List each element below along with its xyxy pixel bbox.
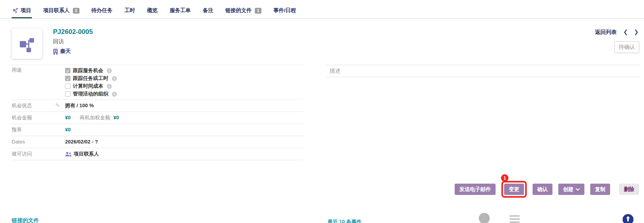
- tab-timesheets[interactable]: 工时: [124, 0, 136, 18]
- avatar-placeholder-icon[interactable]: [479, 213, 490, 223]
- tab-label: 事件/日程: [273, 7, 296, 14]
- pager-previous-icon[interactable]: [623, 29, 628, 35]
- confirm-button[interactable]: 确认: [533, 184, 552, 195]
- info-icon: [112, 76, 117, 81]
- pager-next-icon[interactable]: [634, 29, 639, 35]
- edit-pencil-icon[interactable]: ✎: [55, 102, 60, 108]
- tab-label: 工时: [125, 7, 135, 14]
- opportunity-status-row: 机会状态 ✎ 拥有 / 100 %: [12, 99, 303, 112]
- weighted-amount-value: ¥0: [113, 114, 119, 121]
- opportunity-amount-row: 机会金额 ¥0 商机加权金额: ¥0: [12, 112, 303, 124]
- dates-value: 2026/02/02 - ?: [65, 138, 303, 145]
- checkbox-line: 计算时间成本: [65, 82, 117, 90]
- building-icon: [53, 49, 58, 55]
- pager: 返回列表: [595, 29, 639, 36]
- budget-value: ¥0: [65, 126, 71, 133]
- checkbox-line: 管理活动的组织: [65, 90, 117, 98]
- record-code: PJ2602-0005: [53, 28, 93, 36]
- annotation-highlight-box: 1 变更: [501, 181, 527, 198]
- create-button-label: 创建: [563, 186, 573, 193]
- change-button[interactable]: 变更: [504, 184, 524, 195]
- checkbox-track-service-opportunity[interactable]: [65, 68, 71, 73]
- action-buttons-row: 发送电子邮件 1 变更 确认 创建 复制 删除: [455, 184, 639, 195]
- info-icon: [112, 92, 117, 97]
- record-tabbar: 项目 项目联系人 1 待办任务 工时 概览 服务工单 备注 链接的文件 1 事件…: [0, 0, 644, 19]
- delete-button[interactable]: 删除: [619, 184, 639, 195]
- access-row: 谁可访问 项目联系人: [12, 148, 303, 160]
- duplicate-button[interactable]: 复制: [590, 184, 610, 195]
- linked-files-section-title: 链接的文件: [12, 217, 39, 223]
- purpose-checkbox-group: 跟踪服务机会 跟踪任务或工时 计算时间成本: [65, 67, 117, 98]
- arrow-up-icon: [626, 216, 630, 221]
- tab-service-tickets[interactable]: 服务工单: [169, 0, 192, 18]
- opportunity-status-value: 拥有 / 100 %: [65, 102, 303, 109]
- form-left-column: 用途 跟踪服务机会 跟踪任务或工时 计算时: [12, 65, 303, 160]
- field-label: 预算: [12, 126, 55, 133]
- list-lines-icon[interactable]: [510, 215, 520, 223]
- back-to-list-link[interactable]: 返回列表: [595, 29, 617, 36]
- field-label: 谁可访问: [12, 150, 55, 158]
- weighted-amount-label: 商机加权金额:: [79, 114, 111, 121]
- field-label: Dates: [12, 138, 55, 145]
- project-icon: [12, 7, 18, 14]
- opportunity-amount-value: ¥0: [65, 114, 71, 121]
- project-avatar[interactable]: [12, 28, 42, 59]
- checkbox-line: 跟踪任务或工时: [65, 74, 117, 82]
- recent-events-section-title: 最近 10 条事件: [328, 218, 362, 223]
- tab-project[interactable]: 项目: [12, 0, 32, 18]
- caret-down-icon: [576, 188, 580, 191]
- project-glyph-icon: [18, 35, 36, 53]
- status-badge[interactable]: 待确认: [614, 41, 639, 53]
- checkbox-track-tasks-timesheets[interactable]: [65, 76, 71, 81]
- company-name: 秦天: [60, 48, 71, 55]
- tab-count-badge: 1: [255, 8, 261, 14]
- tab-todo-tasks[interactable]: 待办任务: [91, 0, 113, 18]
- checkbox-line: 跟踪服务机会: [65, 67, 117, 74]
- send-email-button[interactable]: 发送电子邮件: [455, 184, 496, 195]
- access-value: 项目联系人: [74, 150, 99, 158]
- info-icon: [107, 68, 112, 73]
- info-icon: [107, 84, 112, 89]
- checkbox-manage-activity-org[interactable]: [65, 91, 71, 97]
- purpose-row: 用途 跟踪服务机会 跟踪任务或工时 计算时: [12, 65, 303, 99]
- description-field[interactable]: 描述: [326, 65, 640, 77]
- tab-label: 链接的文件: [226, 7, 252, 14]
- tab-label: 概览: [147, 7, 158, 14]
- scroll-top-button[interactable]: [623, 214, 633, 223]
- tab-overview[interactable]: 概览: [146, 0, 159, 18]
- tab-notes[interactable]: 备注: [202, 0, 214, 18]
- tab-label: 待办任务: [92, 7, 113, 14]
- field-label: 机会状态: [12, 102, 55, 109]
- users-icon: [65, 152, 72, 157]
- dates-row: Dates 2026/02/02 - ?: [12, 136, 303, 148]
- field-label: 机会金额: [12, 114, 55, 121]
- field-label: 用途: [12, 67, 55, 74]
- project-record-page: 项目 项目联系人 1 待办任务 工时 概览 服务工单 备注 链接的文件 1 事件…: [0, 0, 644, 223]
- tab-label: 备注: [203, 7, 213, 14]
- tab-label: 项目: [21, 7, 31, 14]
- tab-label: 服务工单: [170, 7, 191, 14]
- tab-events-calendar[interactable]: 事件/日程: [273, 0, 297, 18]
- company-link[interactable]: 秦天: [53, 48, 93, 55]
- record-title-block: PJ2602-0005 回访 秦天: [53, 28, 93, 55]
- record-name: 回访: [53, 38, 93, 45]
- annotation-step-badge: 1: [501, 174, 508, 182]
- budget-row: 预算 ¥0: [12, 124, 303, 136]
- tab-label: 项目联系人: [43, 7, 70, 14]
- checkbox-compute-time-cost[interactable]: [65, 83, 71, 89]
- tab-project-contacts[interactable]: 项目联系人 1: [42, 0, 80, 18]
- create-button[interactable]: 创建: [558, 184, 584, 195]
- tab-count-badge: 1: [73, 8, 79, 14]
- tab-linked-files[interactable]: 链接的文件 1: [225, 0, 263, 18]
